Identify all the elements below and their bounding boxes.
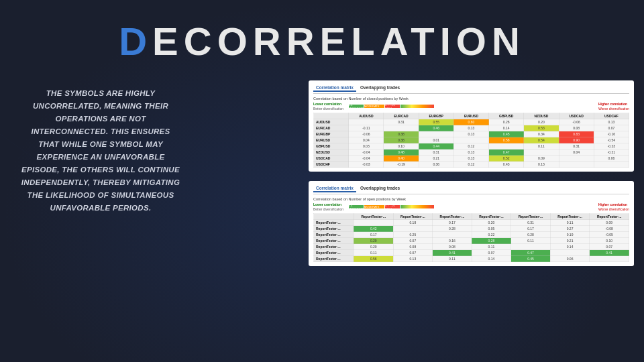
table-row: ReportTester-... 0.17 0.25 0.22 0.28 0.1… <box>314 232 629 238</box>
cell: -0.05 <box>590 232 629 238</box>
cell: 0.40 <box>384 156 419 162</box>
cell <box>524 149 559 156</box>
svg-marker-2 <box>101 201 302 335</box>
cell: 0.11 <box>472 244 511 250</box>
cell: 0.21 <box>419 156 453 162</box>
legend-high: 0.7 - 1.0 HIGH <box>385 105 400 108</box>
row-label-rt7: ReportTester-... <box>314 256 354 262</box>
cell: 0.56 <box>354 256 393 262</box>
panel2-tab-overlapping[interactable]: Overlapping trades <box>358 185 402 192</box>
cell <box>419 131 453 137</box>
panel2-header-7: ReportTester-... <box>590 214 629 220</box>
cell: 0.11 <box>511 238 551 244</box>
legend-moderate-high: 0.4 - 0.7 MODERATE HIGH <box>364 105 384 108</box>
panel2-worse-diversification: Worse diversification <box>598 207 629 211</box>
cell: -0.03 <box>349 162 384 168</box>
cell: 0.14 <box>472 256 511 262</box>
row-label-gbpusd: GBPUSD <box>314 143 349 149</box>
cell: 0.13 <box>453 149 488 156</box>
cell: 0.11 <box>524 143 559 149</box>
panel1-tab-matrix[interactable]: Correlation matrix <box>313 84 356 92</box>
cell: 0.13 <box>453 125 488 131</box>
row-label-rt5: ReportTester-... <box>314 244 354 250</box>
cell: 0.31 <box>419 149 453 156</box>
cell: 0.06 <box>550 256 590 262</box>
cell: -0.04 <box>349 156 384 162</box>
cell <box>384 125 419 131</box>
cell: 0.13 <box>594 119 629 125</box>
cell: 0.14 <box>489 125 524 131</box>
table-row: EURGBP -0.06 0.38 0.13 0.45 0.34 0.83 -0… <box>314 131 629 137</box>
cell: -0.21 <box>594 149 629 156</box>
cell: 0.17 <box>511 226 551 232</box>
panel2-header-1: ReportTester-... <box>354 214 393 220</box>
cell: 0.09 <box>524 156 559 162</box>
cell: 0.60 <box>453 119 488 125</box>
legend-moderate: 0.4 MODERATE <box>349 105 364 108</box>
cell: 0.11 <box>433 256 472 262</box>
table-row: NZDUSD -0.04 0.48 0.31 0.13 0.47 0.04 -0… <box>314 149 629 156</box>
cell: 0.45 <box>489 131 524 137</box>
cell: 0.08 <box>393 244 433 250</box>
table-row: EURCAD -0.11 0.46 0.13 0.14 0.53 0.08 0.… <box>314 125 629 131</box>
cell: 0.29 <box>354 238 393 244</box>
panel2-correlation-title: Correlation based on Number of open posi… <box>313 197 629 201</box>
page-title: DECORRELATION <box>0 19 644 64</box>
panel2-higher-correlation: Higher correlation <box>598 202 629 206</box>
table-row: ReportTester-... 0.18 0.17 0.20 0.31 0.1… <box>314 220 629 226</box>
p2-legend-moderate-high: 0.4 - 0.7 MODERATE HIGH <box>364 205 384 208</box>
cell: 0.07 <box>393 238 433 244</box>
cell: 0.13 <box>393 256 433 262</box>
cell: 0.19 <box>550 232 590 238</box>
panel1-header-usdcad: USDCAD <box>559 113 594 119</box>
panel2-header-3: ReportTester-... <box>433 214 472 220</box>
cell: 0.54 <box>524 137 559 143</box>
cell: 0.08 <box>433 244 472 250</box>
table-row: AUDUSD 0.31 0.55 0.60 0.28 0.20 -0.06 0.… <box>314 119 629 125</box>
cell: 0.12 <box>453 162 488 168</box>
cell: 0.04 <box>559 149 594 156</box>
cell: 0.58 <box>489 137 524 143</box>
p2-legend-moderate: 0.4 MODERATE <box>349 205 364 208</box>
cell: 0.28 <box>511 232 551 238</box>
closed-positions-panel: Correlation matrix Overlapping trades Co… <box>309 80 634 172</box>
cell: 0.07 <box>594 125 629 131</box>
panels-container: Correlation matrix Overlapping trades Co… <box>309 80 634 266</box>
cell: 0.18 <box>393 220 433 226</box>
cell: 0.34 <box>524 131 559 137</box>
cell: 0.38 <box>384 137 419 143</box>
table-row: USDCHF -0.03 -0.19 0.36 0.12 0.43 0.13 <box>314 162 629 168</box>
cell: 0.31 <box>384 119 419 125</box>
cell: 0.45 <box>511 256 551 262</box>
cell: -0.19 <box>384 162 419 168</box>
panel1-tab-overlapping[interactable]: Overlapping trades <box>358 84 402 92</box>
table-row: ReportTester-... 0.42 0.28 0.05 0.17 0.2… <box>314 226 629 232</box>
cell: 0.11 <box>550 220 590 226</box>
cell: 0.53 <box>524 125 559 131</box>
cell <box>433 232 472 238</box>
cell <box>559 156 594 162</box>
panel1-worse-diversification: Worse diversification <box>598 107 629 111</box>
row-label-usdchf: USDCHF <box>314 162 349 168</box>
cell: 0.16 <box>433 238 472 244</box>
cell: 0.10 <box>384 143 419 149</box>
table-row: ReportTester-... 0.29 0.07 0.16 0.28 0.1… <box>314 238 629 244</box>
p2-legend-gradient <box>400 205 434 208</box>
table-row: USDCAD -0.04 0.40 0.21 0.13 0.52 0.09 0.… <box>314 156 629 162</box>
open-positions-panel: Correlation matrix Overlapping trades Co… <box>309 181 634 266</box>
cell: 0.13 <box>524 162 559 168</box>
panel1-header-row: AUDUSD EURCAD EURGBP EURUSD GBPUSD NZDUS… <box>314 113 629 119</box>
p2-legend-high: 0.7 - 1.0 HIGH <box>385 205 400 208</box>
row-label-nzdusd: NZDUSD <box>314 149 349 156</box>
svg-line-4 <box>0 201 201 362</box>
row-label-rt2: ReportTester-... <box>314 226 354 232</box>
cell: 0.03 <box>349 143 384 149</box>
cell: -0.06 <box>559 119 594 125</box>
row-label-rt3: ReportTester-... <box>314 232 354 238</box>
cell: 0.52 <box>489 156 524 162</box>
panel1-lower-correlation: Lower correlation <box>313 102 343 106</box>
panel2-tab-matrix[interactable]: Correlation matrix <box>313 185 356 192</box>
cell <box>349 119 384 125</box>
cell <box>489 143 524 149</box>
legend-gradient <box>400 105 434 108</box>
